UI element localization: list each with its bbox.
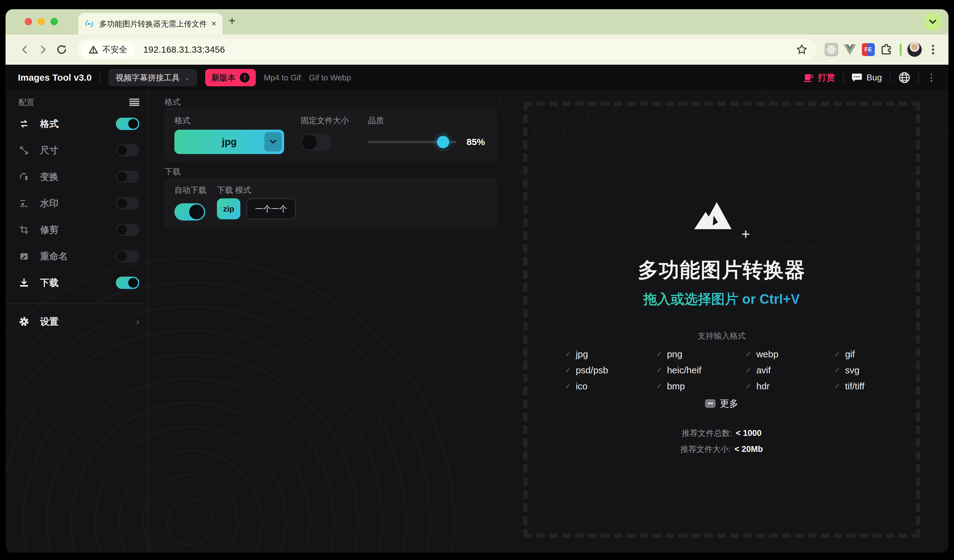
check-icon: ✓ xyxy=(565,366,571,374)
back-button[interactable] xyxy=(16,40,34,59)
donate-button[interactable]: 打赏 xyxy=(804,72,835,84)
check-icon: ✓ xyxy=(746,350,751,358)
supported-formats-grid: ✓jpg ✓png ✓webp ✓gif ✓psd/psb ✓heic/heif… xyxy=(565,346,878,394)
tab-close-icon[interactable]: × xyxy=(211,19,216,28)
address-bar[interactable]: 不安全 192.168.31.33:3456 xyxy=(77,39,816,60)
vue-devtools-extension-icon[interactable] xyxy=(840,40,859,59)
quality-slider-knob[interactable] xyxy=(437,136,449,148)
sidebar-item-rename[interactable]: 重命名 xyxy=(19,246,139,267)
traffic-lights xyxy=(25,18,58,25)
transform-toggle[interactable] xyxy=(116,171,139,183)
fe-extension-icon[interactable]: FE xyxy=(859,40,878,59)
config-sidebar: 配置 格式 尺寸 xyxy=(6,91,148,552)
reload-button[interactable] xyxy=(52,40,71,59)
mode-one-by-one-button[interactable]: 一个一个 xyxy=(246,198,296,219)
crop-toggle[interactable] xyxy=(116,224,139,236)
close-window-button[interactable] xyxy=(25,18,32,25)
watermark-toggle[interactable] xyxy=(116,197,139,210)
quality-slider[interactable] xyxy=(368,141,457,143)
format-toggle[interactable] xyxy=(116,118,139,130)
check-icon: ✓ xyxy=(834,382,840,390)
format-select[interactable]: jpg xyxy=(175,130,284,154)
sidebar-item-size[interactable]: 尺寸 xyxy=(19,140,139,161)
new-version-button[interactable]: 新版本 ! xyxy=(205,69,256,86)
tool-dropdown[interactable]: 视频字幕拼接工具 ⌄ xyxy=(109,69,198,86)
recommended-count-value: < 1000 xyxy=(736,428,761,438)
watermark-icon xyxy=(19,198,30,208)
image-mountain-icon: + xyxy=(693,201,750,239)
language-globe-button[interactable] xyxy=(898,72,910,84)
nav-link-mp4-to-gif[interactable]: Mp4 to Gif xyxy=(264,73,301,82)
sidebar-item-format[interactable]: 格式 xyxy=(19,114,139,134)
maximize-window-button[interactable] xyxy=(50,18,58,25)
sidebar-item-watermark[interactable]: 水印 xyxy=(19,193,139,214)
format-item: ✓tif/tiff xyxy=(834,378,878,394)
sidebar-item-label: 变换 xyxy=(40,171,59,183)
forward-button[interactable] xyxy=(34,40,52,59)
chevron-down-icon: ⌄ xyxy=(185,74,190,81)
sidebar-item-transform[interactable]: 变换 xyxy=(19,166,139,187)
more-formats-button[interactable]: ••• 更多 xyxy=(705,397,738,410)
mode-zip-button[interactable]: zip xyxy=(217,198,240,219)
chat-bubble-icon xyxy=(852,73,862,82)
bug-report-button[interactable]: Bug xyxy=(852,73,882,82)
nav-link-gif-to-webp[interactable]: Gif to Webp xyxy=(309,73,351,82)
new-tab-button[interactable]: + xyxy=(229,15,235,26)
sidebar-item-label: 下载 xyxy=(40,277,59,289)
sidebar-item-label: 修剪 xyxy=(40,224,59,236)
sidebar-item-label: 重命名 xyxy=(40,250,68,263)
favicon xyxy=(84,19,94,29)
format-select-value: jpg xyxy=(222,136,237,148)
download-mode-label: 下载 模式 xyxy=(217,185,296,196)
image-drop-zone[interactable]: + 多功能图片转换器 拖入或选择图片 or Ctrl+V 支持输入格式 ✓jpg… xyxy=(523,102,920,538)
extensions-puzzle-icon[interactable] xyxy=(878,40,896,59)
download-section-heading: 下载 xyxy=(165,166,525,177)
bug-label: Bug xyxy=(867,73,882,82)
format-item: ✓png xyxy=(656,346,746,362)
format-section-heading: 格式 xyxy=(165,97,525,108)
config-panel: 格式 格式 jpg 固定文件大小 xyxy=(148,91,525,552)
settings-label: 设置 xyxy=(40,316,59,328)
minimize-window-button[interactable] xyxy=(37,18,45,25)
format-item: ✓avif xyxy=(746,362,834,378)
size-icon xyxy=(19,145,30,155)
format-item: ✓psd/psb xyxy=(565,362,656,378)
check-icon: ✓ xyxy=(656,350,662,358)
warning-icon xyxy=(89,45,98,54)
new-version-label: 新版本 xyxy=(211,72,235,83)
format-card: 格式 jpg 固定文件大小 品质 xyxy=(165,108,497,162)
browser-menu-icon[interactable] xyxy=(924,40,942,59)
plus-icon: + xyxy=(741,227,750,241)
security-chip[interactable]: 不安全 xyxy=(81,41,135,58)
tab-title: 多功能图片转换器无需上传文件 xyxy=(99,19,206,29)
tab-search-chevron-button[interactable] xyxy=(924,14,941,30)
divider xyxy=(843,72,844,83)
react-devtools-extension-icon[interactable] xyxy=(822,40,840,59)
divider xyxy=(890,72,890,83)
browser-window: 多功能图片转换器无需上传文件 × + 不安全 xyxy=(6,9,948,552)
rename-icon xyxy=(19,251,30,261)
sidebar-item-settings[interactable]: 设置 › xyxy=(19,311,139,332)
rename-toggle[interactable] xyxy=(116,250,139,263)
sidebar-item-crop[interactable]: 修剪 xyxy=(19,219,139,240)
auto-download-toggle[interactable] xyxy=(175,203,205,221)
download-toggle[interactable] xyxy=(116,277,139,289)
divider xyxy=(6,303,148,304)
cup-icon xyxy=(804,73,814,82)
format-icon xyxy=(19,119,30,129)
size-toggle[interactable] xyxy=(116,144,139,157)
menu-collapse-icon[interactable] xyxy=(129,99,139,106)
fixed-size-toggle[interactable] xyxy=(301,134,332,151)
extension-indicator-bar xyxy=(900,44,902,56)
profile-avatar[interactable] xyxy=(905,40,924,59)
sidebar-item-download[interactable]: 下载 xyxy=(19,272,139,293)
format-item: ✓jpg xyxy=(565,346,656,362)
browser-tab[interactable]: 多功能图片转换器无需上传文件 × xyxy=(78,13,223,34)
recommended-size-value: < 20Mb xyxy=(734,445,763,454)
app-menu-icon[interactable]: ⋮ xyxy=(927,73,936,82)
check-icon: ✓ xyxy=(656,366,662,374)
bookmark-star-icon[interactable] xyxy=(792,40,811,59)
screenshot: 多功能图片转换器无需上传文件 × + 不安全 xyxy=(0,0,954,560)
crop-icon xyxy=(19,225,30,235)
select-chevron-icon[interactable] xyxy=(264,132,282,152)
